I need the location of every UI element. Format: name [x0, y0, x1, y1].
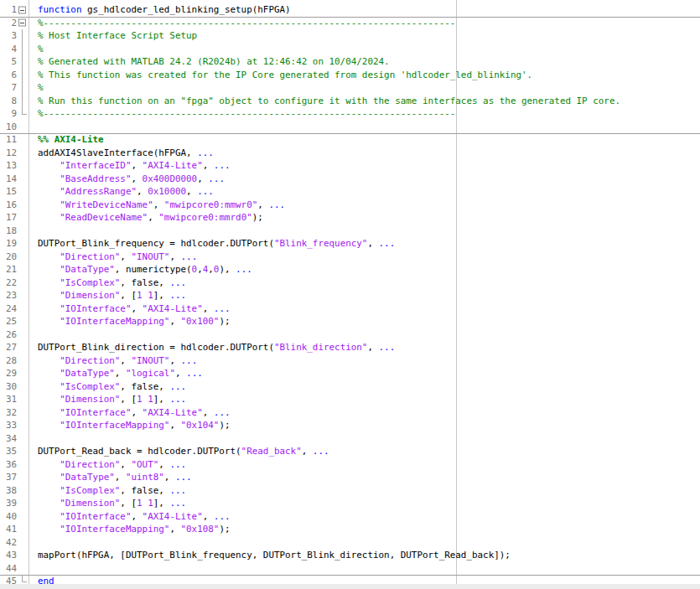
code-line[interactable]: 17 "ReadDeviceName", "mwipcore0:mmrd0"); — [0, 211, 700, 225]
code-line[interactable]: 11%% AXI4-Lite — [0, 133, 700, 147]
fold-collapse-icon[interactable] — [17, 3, 28, 17]
line-number[interactable]: 31 — [0, 393, 17, 406]
code-line[interactable]: 37 "DataType", "uint8", ... — [0, 471, 700, 484]
code-line[interactable]: 27DUTPort_Blink_direction = hdlcoder.DUT… — [0, 341, 700, 354]
line-number[interactable]: 24 — [0, 302, 17, 316]
line-number[interactable]: 39 — [0, 497, 17, 510]
code-line[interactable]: 9%--------------------------------------… — [0, 107, 700, 121]
code-line[interactable]: 6% This function was created for the IP … — [0, 69, 700, 82]
line-number[interactable]: 42 — [0, 536, 17, 550]
code-text: "IOInterfaceMapping", "0x104"); — [28, 419, 231, 432]
line-number[interactable]: 17 — [0, 211, 17, 225]
line-number[interactable]: 38 — [0, 484, 17, 498]
code-line[interactable]: 2%--------------------------------------… — [0, 17, 700, 30]
line-number[interactable]: 30 — [0, 380, 17, 394]
code-line[interactable]: 24 "IOInterface", "AXI4-Lite", ... — [0, 302, 700, 316]
code-line[interactable]: 13 "InterfaceID", "AXI4-Lite", ... — [0, 159, 700, 173]
line-number[interactable]: 11 — [0, 133, 17, 147]
line-number[interactable]: 10 — [0, 121, 17, 134]
line-number[interactable]: 19 — [0, 237, 17, 251]
line-number[interactable]: 12 — [0, 147, 17, 160]
fold-column — [17, 471, 28, 484]
line-number[interactable]: 32 — [0, 406, 17, 420]
line-number[interactable]: 9 — [0, 107, 17, 121]
code-line[interactable]: 36 "Direction", "OUT", ... — [0, 458, 700, 472]
line-number[interactable]: 1 — [0, 3, 17, 17]
line-number[interactable]: 35 — [0, 445, 17, 458]
line-number[interactable]: 16 — [0, 199, 17, 212]
code-line[interactable]: 26 — [0, 328, 700, 342]
line-number[interactable]: 5 — [0, 55, 17, 69]
line-number[interactable]: 34 — [0, 432, 17, 446]
code-line[interactable]: 3% Host Interface Script Setup — [0, 29, 700, 43]
code-line[interactable]: 4% — [0, 43, 700, 56]
line-number[interactable]: 15 — [0, 185, 17, 199]
code-line[interactable]: 39 "Dimension", [1 1], ... — [0, 497, 700, 510]
code-line[interactable]: 41 "IOInterfaceMapping", "0x108"); — [0, 523, 700, 536]
fold-column — [17, 133, 28, 147]
code-line[interactable]: 35DUTPort_Read_back = hdlcoder.DUTPort("… — [0, 445, 700, 458]
code-line[interactable]: 7% — [0, 81, 700, 95]
line-number[interactable]: 40 — [0, 510, 17, 524]
code-text: % Generated with MATLAB 24.2 (R2024b) at… — [28, 55, 390, 69]
code-line[interactable]: 12addAXI4SlaveInterface(hFPGA, ... — [0, 147, 700, 160]
code-line[interactable]: 30 "IsComplex", false, ... — [0, 380, 700, 394]
line-number[interactable]: 23 — [0, 289, 17, 302]
line-number[interactable]: 33 — [0, 419, 17, 432]
code-line[interactable]: 43mapPort(hFPGA, [DUTPort_Blink_frequenc… — [0, 549, 700, 562]
line-number[interactable]: 2 — [0, 17, 17, 30]
code-line[interactable]: 31 "Dimension", [1 1], ... — [0, 393, 700, 406]
line-number[interactable]: 37 — [0, 471, 17, 484]
line-number[interactable]: 14 — [0, 173, 17, 186]
code-text: "DataType", "logical", ... — [28, 367, 203, 380]
line-number[interactable]: 41 — [0, 523, 17, 536]
code-line[interactable]: 22 "IsComplex", false, ... — [0, 276, 700, 290]
line-number[interactable]: 13 — [0, 159, 17, 173]
line-number[interactable]: 43 — [0, 549, 17, 562]
code-line[interactable]: 21 "DataType", numerictype(0,4,0), ... — [0, 263, 700, 276]
code-line[interactable]: 40 "IOInterface", "AXI4-Lite", ... — [0, 510, 700, 524]
code-line[interactable]: 16 "WriteDeviceName", "mwipcore0:mmwr0",… — [0, 199, 700, 212]
code-text: % Run this function on an "fpga" object … — [28, 95, 620, 108]
code-line[interactable]: 38 "IsComplex", false, ... — [0, 484, 700, 498]
code-line[interactable]: 5% Generated with MATLAB 24.2 (R2024b) a… — [0, 55, 700, 69]
line-number[interactable]: 6 — [0, 69, 17, 82]
code-text: DUTPort_Read_back = hdlcoder.DUTPort("Re… — [28, 445, 329, 458]
code-line[interactable]: 20 "Direction", "INOUT", ... — [0, 251, 700, 264]
line-number[interactable]: 20 — [0, 251, 17, 264]
fold-column — [17, 523, 28, 536]
line-number[interactable]: 26 — [0, 328, 17, 342]
code-line[interactable]: 25 "IOInterfaceMapping", "0x100"); — [0, 315, 700, 328]
code-line[interactable]: 8% Run this function on an "fpga" object… — [0, 95, 700, 108]
code-editor[interactable]: 1function gs_hdlcoder_led_blinking_setup… — [0, 0, 700, 589]
code-line[interactable]: 15 "AddressRange", 0x10000, ... — [0, 185, 700, 199]
line-number[interactable]: 7 — [0, 81, 17, 95]
code-line[interactable]: 28 "Direction", "INOUT", ... — [0, 354, 700, 368]
line-number[interactable]: 29 — [0, 367, 17, 380]
line-number[interactable]: 8 — [0, 95, 17, 108]
code-text: "Dimension", [1 1], ... — [28, 497, 186, 510]
code-line[interactable]: 42 — [0, 536, 700, 550]
code-line[interactable]: 14 "BaseAddress", 0x400D0000, ... — [0, 173, 700, 186]
line-number[interactable]: 28 — [0, 354, 17, 368]
code-line[interactable]: 23 "Dimension", [1 1], ... — [0, 289, 700, 302]
code-line[interactable]: 10 — [0, 121, 700, 134]
code-line[interactable]: 19DUTPort_Blink_frequency = hdlcoder.DUT… — [0, 237, 700, 251]
line-number[interactable]: 44 — [0, 562, 17, 576]
code-line[interactable]: 33 "IOInterfaceMapping", "0x104"); — [0, 419, 700, 432]
line-number[interactable]: 18 — [0, 225, 17, 238]
fold-collapse-icon[interactable] — [17, 17, 28, 30]
code-line[interactable]: 18 — [0, 225, 700, 238]
code-line[interactable]: 32 "IOInterface", "AXI4-Lite", ... — [0, 406, 700, 420]
code-line[interactable]: 44 — [0, 562, 700, 576]
code-line[interactable]: 34 — [0, 432, 700, 446]
line-number[interactable]: 36 — [0, 458, 17, 472]
line-number[interactable]: 22 — [0, 276, 17, 290]
line-number[interactable]: 3 — [0, 29, 17, 43]
line-number[interactable]: 4 — [0, 43, 17, 56]
line-number[interactable]: 25 — [0, 315, 17, 328]
line-number[interactable]: 21 — [0, 263, 17, 276]
code-line[interactable]: 1function gs_hdlcoder_led_blinking_setup… — [0, 3, 700, 17]
line-number[interactable]: 27 — [0, 341, 17, 354]
code-line[interactable]: 29 "DataType", "logical", ... — [0, 367, 700, 380]
